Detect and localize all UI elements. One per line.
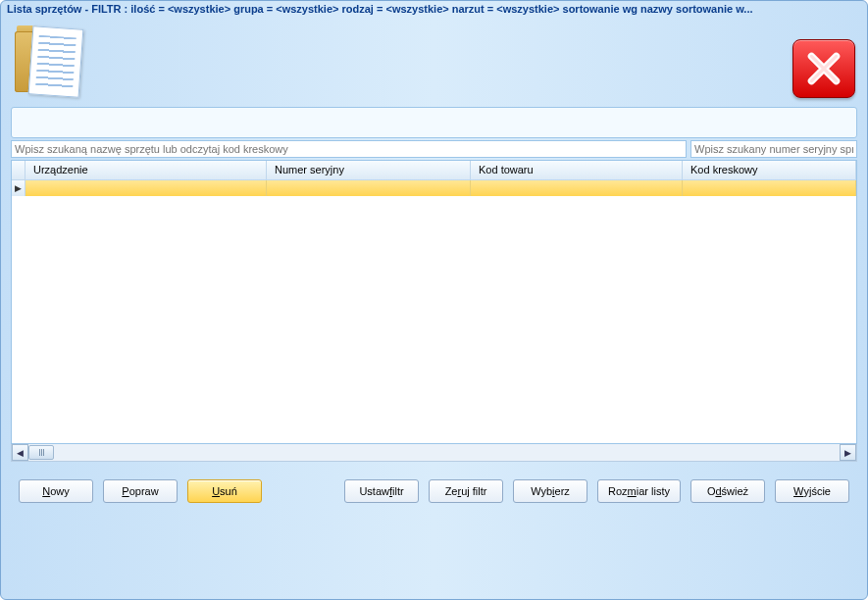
refresh-button[interactable]: Odśwież [690, 479, 765, 503]
clear-filter-button[interactable]: Zeruj filtr [429, 479, 503, 503]
list-size-button[interactable]: Rozmiar listy [597, 479, 681, 503]
search-row [11, 140, 857, 158]
window-title: Lista sprzętów - FILTR : ilość = <wszyst… [1, 1, 867, 19]
close-icon [803, 48, 844, 89]
table-row[interactable]: ▶ [12, 180, 856, 196]
cell-barcode[interactable] [683, 180, 856, 196]
cell-product-code[interactable] [471, 180, 683, 196]
column-header-device[interactable]: Urządzenie [26, 161, 267, 179]
scroll-track[interactable] [28, 444, 840, 461]
column-header-barcode[interactable]: Kod kreskowy [683, 161, 856, 179]
delete-button[interactable]: Usuń [187, 479, 262, 503]
grid-header: Urządzenie Numer seryjny Kod towaru Kod … [12, 161, 856, 180]
column-header-serial[interactable]: Numer seryjny [267, 161, 471, 179]
scroll-left-button[interactable]: ◀ [12, 444, 28, 461]
select-button[interactable]: Wybierz [513, 479, 587, 503]
search-serial-input[interactable] [690, 140, 857, 158]
equipment-list-icon [13, 22, 83, 98]
scroll-right-button[interactable]: ▶ [840, 444, 856, 461]
new-button[interactable]: Nowy [19, 479, 93, 503]
grid-gutter-header [12, 161, 26, 179]
row-indicator-icon: ▶ [12, 180, 26, 196]
horizontal-scrollbar[interactable]: ◀ ▶ [11, 444, 857, 462]
app-window: Lista sprzętów - FILTR : ilość = <wszyst… [0, 0, 868, 600]
exit-button[interactable]: Wyjście [775, 479, 849, 503]
toolbar [1, 19, 867, 107]
cell-serial[interactable] [267, 180, 471, 196]
footer-space [1, 503, 867, 599]
edit-button[interactable]: Popraw [103, 479, 178, 503]
scroll-thumb[interactable] [28, 445, 54, 460]
column-header-product-code[interactable]: Kod towaru [471, 161, 683, 179]
info-panel [11, 107, 857, 138]
cell-device[interactable] [26, 180, 267, 196]
search-name-input[interactable] [11, 140, 687, 158]
button-bar: Nowy Popraw Usuń Ustaw filtr Zeruj filtr… [19, 479, 849, 503]
close-button[interactable] [792, 39, 855, 98]
grid-body[interactable]: ▶ [12, 180, 856, 443]
set-filter-button[interactable]: Ustaw filtr [344, 479, 419, 503]
equipment-grid[interactable]: Urządzenie Numer seryjny Kod towaru Kod … [11, 160, 857, 444]
